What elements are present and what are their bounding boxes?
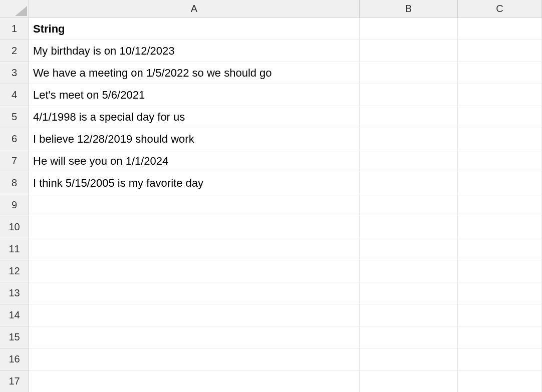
cell-A6[interactable]: I believe 12/28/2019 should work — [29, 128, 360, 150]
cell-B10[interactable] — [360, 216, 458, 238]
row-header-4[interactable]: 4 — [0, 84, 29, 106]
row-header-5[interactable]: 5 — [0, 106, 29, 128]
cell-C17[interactable] — [458, 370, 542, 392]
cell-C14[interactable] — [458, 304, 542, 326]
cell-B2[interactable] — [360, 40, 458, 62]
row-header-14[interactable]: 14 — [0, 304, 29, 326]
row-7: 7He will see you on 1/1/2024 — [0, 150, 542, 172]
column-header-B[interactable]: B — [360, 0, 458, 18]
cell-B11[interactable] — [360, 238, 458, 260]
cell-B12[interactable] — [360, 260, 458, 282]
row-8: 8I think 5/15/2005 is my favorite day — [0, 172, 542, 194]
column-header-C[interactable]: C — [458, 0, 542, 18]
cell-B14[interactable] — [360, 304, 458, 326]
row-4: 4Let's meet on 5/6/2021 — [0, 84, 542, 106]
cell-A9[interactable] — [29, 194, 360, 216]
row-11: 11 — [0, 238, 542, 260]
row-2: 2My birthday is on 10/12/2023 — [0, 40, 542, 62]
cell-A5[interactable]: 4/1/1998 is a special day for us — [29, 106, 360, 128]
cell-A15[interactable] — [29, 326, 360, 348]
row-6: 6I believe 12/28/2019 should work — [0, 128, 542, 150]
cell-B13[interactable] — [360, 282, 458, 304]
row-header-12[interactable]: 12 — [0, 260, 29, 282]
cell-B4[interactable] — [360, 84, 458, 106]
row-12: 12 — [0, 260, 542, 282]
row-header-11[interactable]: 11 — [0, 238, 29, 260]
cell-A10[interactable] — [29, 216, 360, 238]
cell-A11[interactable] — [29, 238, 360, 260]
cell-C13[interactable] — [458, 282, 542, 304]
cell-B16[interactable] — [360, 348, 458, 370]
cell-C2[interactable] — [458, 40, 542, 62]
row-header-1[interactable]: 1 — [0, 18, 29, 40]
select-all-corner[interactable] — [0, 0, 29, 18]
row-3: 3We have a meeting on 1/5/2022 so we sho… — [0, 62, 542, 84]
row-header-9[interactable]: 9 — [0, 194, 29, 216]
row-16: 16 — [0, 348, 542, 370]
cell-C15[interactable] — [458, 326, 542, 348]
row-header-15[interactable]: 15 — [0, 326, 29, 348]
row-header-3[interactable]: 3 — [0, 62, 29, 84]
row-1: 1String — [0, 18, 542, 40]
row-header-17[interactable]: 17 — [0, 370, 29, 392]
cell-A4[interactable]: Let's meet on 5/6/2021 — [29, 84, 360, 106]
cell-C8[interactable] — [458, 172, 542, 194]
cell-A17[interactable] — [29, 370, 360, 392]
row-header-2[interactable]: 2 — [0, 40, 29, 62]
cell-A14[interactable] — [29, 304, 360, 326]
cell-A7[interactable]: He will see you on 1/1/2024 — [29, 150, 360, 172]
column-header-A[interactable]: A — [29, 0, 360, 18]
row-14: 14 — [0, 304, 542, 326]
row-5: 54/1/1998 is a special day for us — [0, 106, 542, 128]
row-header-6[interactable]: 6 — [0, 128, 29, 150]
row-header-10[interactable]: 10 — [0, 216, 29, 238]
cell-C4[interactable] — [458, 84, 542, 106]
cell-A8[interactable]: I think 5/15/2005 is my favorite day — [29, 172, 360, 194]
cell-A1[interactable]: String — [29, 18, 360, 40]
cell-C16[interactable] — [458, 348, 542, 370]
row-9: 9 — [0, 194, 542, 216]
cell-C9[interactable] — [458, 194, 542, 216]
row-header-8[interactable]: 8 — [0, 172, 29, 194]
cell-A16[interactable] — [29, 348, 360, 370]
row-13: 13 — [0, 282, 542, 304]
cell-B1[interactable] — [360, 18, 458, 40]
cell-A13[interactable] — [29, 282, 360, 304]
cell-C12[interactable] — [458, 260, 542, 282]
cell-B15[interactable] — [360, 326, 458, 348]
row-header-16[interactable]: 16 — [0, 348, 29, 370]
cell-B3[interactable] — [360, 62, 458, 84]
cell-A3[interactable]: We have a meeting on 1/5/2022 so we shou… — [29, 62, 360, 84]
row-17: 17 — [0, 370, 542, 392]
row-header-7[interactable]: 7 — [0, 150, 29, 172]
cell-C7[interactable] — [458, 150, 542, 172]
row-header-13[interactable]: 13 — [0, 282, 29, 304]
cell-C3[interactable] — [458, 62, 542, 84]
column-header-row: ABC — [0, 0, 542, 18]
cell-A2[interactable]: My birthday is on 10/12/2023 — [29, 40, 360, 62]
cell-B9[interactable] — [360, 194, 458, 216]
cell-C6[interactable] — [458, 128, 542, 150]
cell-C5[interactable] — [458, 106, 542, 128]
cell-B6[interactable] — [360, 128, 458, 150]
cell-C1[interactable] — [458, 18, 542, 40]
cell-B5[interactable] — [360, 106, 458, 128]
cell-B17[interactable] — [360, 370, 458, 392]
row-15: 15 — [0, 326, 542, 348]
cell-C10[interactable] — [458, 216, 542, 238]
cell-A12[interactable] — [29, 260, 360, 282]
cell-B7[interactable] — [360, 150, 458, 172]
row-10: 10 — [0, 216, 542, 238]
spreadsheet-grid: ABC 1String2My birthday is on 10/12/2023… — [0, 0, 542, 392]
cell-B8[interactable] — [360, 172, 458, 194]
cell-C11[interactable] — [458, 238, 542, 260]
